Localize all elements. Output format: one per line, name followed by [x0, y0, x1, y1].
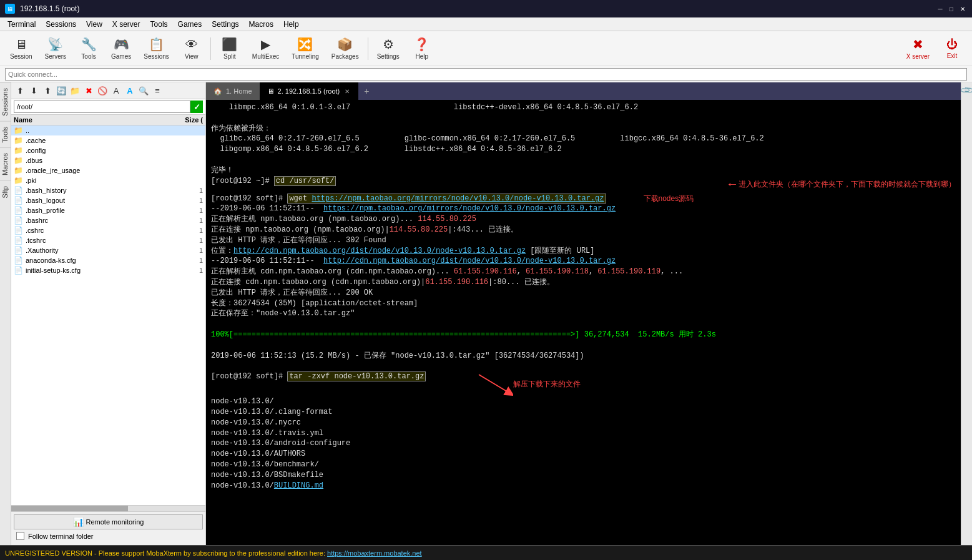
- terminal-line: node-v10.13.0/.travis.yml: [211, 428, 956, 439]
- terminal-line: node-v10.13.0/.clang-format: [211, 407, 956, 418]
- quick-connect-input[interactable]: [5, 68, 967, 81]
- terminal-area: 🏠 1. Home 🖥 2. 192.168.1.5 (root) ✕ + li…: [206, 82, 961, 545]
- list-item[interactable]: 📁.config: [11, 145, 205, 155]
- list-item[interactable]: 📄.tcshrc1: [11, 235, 205, 245]
- file-delete-button[interactable]: ✖: [82, 84, 95, 97]
- sidebar-item-sftp[interactable]: Sftp: [0, 180, 11, 204]
- file-refresh-button[interactable]: 🔄: [55, 84, 67, 97]
- games-icon: 🎮: [114, 37, 129, 52]
- view-button[interactable]: 👁 View: [177, 34, 207, 64]
- redirect-url: http://cdn.npm.taobao.org/dist/node/v10.…: [233, 247, 526, 255]
- multiexec-button[interactable]: ▶ MultiExec: [247, 34, 284, 64]
- list-item[interactable]: 📁.oracle_jre_usage: [11, 165, 205, 175]
- tab-home[interactable]: 🏠 1. Home: [206, 82, 260, 100]
- follow-terminal-checkbox[interactable]: [16, 532, 24, 540]
- menu-games[interactable]: Games: [173, 19, 207, 30]
- terminal-line: --2019-06-06 11:52:11-- http://cdn.npm.t…: [211, 256, 956, 267]
- menu-terminal[interactable]: Terminal: [2, 19, 41, 30]
- file-icon: 📄: [14, 266, 23, 275]
- close-button[interactable]: ✕: [958, 4, 967, 13]
- list-item[interactable]: 📁..: [11, 125, 205, 135]
- menu-view[interactable]: View: [81, 19, 107, 30]
- tab-ssh[interactable]: 🖥 2. 192.168.1.5 (root) ✕: [260, 82, 359, 100]
- terminal-line: 正在连接 npm.taobao.org (npm.taobao.org)|114…: [211, 225, 956, 235]
- sidebar-item-macros[interactable]: Macros: [0, 147, 11, 180]
- menu-tools[interactable]: Tools: [145, 19, 173, 30]
- games-button[interactable]: 🎮 Games: [106, 34, 136, 64]
- file-name: .config: [26, 147, 169, 154]
- path-ok-button[interactable]: ✓: [190, 101, 203, 113]
- terminal-prompt: [root@192 soft]#: [211, 194, 287, 203]
- list-item[interactable]: 📄.bash_logout1: [11, 195, 205, 205]
- terminal-content[interactable]: libmpc.x86_64 0:1.0.1-3.el7 libstdc++-de…: [206, 100, 961, 545]
- session-button[interactable]: 🖥 Session: [5, 34, 37, 64]
- list-item[interactable]: 📄.Xauthority1: [11, 245, 205, 255]
- split-button[interactable]: ⬛ Split: [215, 34, 245, 64]
- terminal-line: 2019-06-06 11:52:13 (15.2 MB/s) - 已保存 "n…: [211, 351, 956, 361]
- menu-help[interactable]: Help: [278, 19, 304, 30]
- terminal-line: node-v10.13.0/BSDmakefile: [211, 470, 956, 481]
- list-item[interactable]: 📁.pki: [11, 175, 205, 185]
- file-name: .tcshrc: [26, 237, 169, 244]
- file-more-button[interactable]: ≡: [151, 84, 164, 97]
- file-icon: 📁: [14, 126, 23, 135]
- status-link[interactable]: https://mobaxterm.mobatek.net: [327, 549, 422, 557]
- file-size: 1: [172, 247, 203, 254]
- servers-icon: 📡: [47, 37, 63, 52]
- file-edit-button[interactable]: A: [124, 84, 136, 97]
- tab-add-button[interactable]: +: [358, 83, 375, 99]
- servers-button[interactable]: 📡 Servers: [40, 34, 71, 64]
- cd-command-row: [root@192 ~]# cd /usr/soft/ ← 进入此文件夹（在哪个…: [211, 176, 956, 194]
- file-scroll[interactable]: [11, 505, 205, 511]
- follow-terminal-label: Follow terminal folder: [28, 533, 94, 540]
- list-item[interactable]: 📄.bash_history1: [11, 185, 205, 195]
- side-tabs: Sessions Tools Macros Sftp: [0, 82, 11, 545]
- remote-monitor-button[interactable]: 📊 Remote monitoring: [14, 514, 203, 529]
- file-upload-button[interactable]: ⬆: [41, 84, 54, 97]
- settings-button[interactable]: ⚙ Settings: [372, 34, 405, 64]
- tab-bar: 🏠 1. Home 🖥 2. 192.168.1.5 (root) ✕ +: [206, 82, 961, 100]
- xserver-button[interactable]: ✖ X server: [901, 34, 935, 64]
- file-icon: 📄: [14, 246, 23, 255]
- menu-xserver[interactable]: X server: [107, 19, 145, 30]
- file-new-folder-button[interactable]: 📁: [69, 84, 81, 97]
- tar-prompt: [root@192 soft]#: [211, 372, 287, 381]
- ssh-icon: 🖥: [267, 87, 274, 95]
- file-stop-button[interactable]: 🚫: [96, 84, 109, 97]
- terminal-line: 正在解析主机 cdn.npm.taobao.org (cdn.npm.taoba…: [211, 267, 956, 277]
- minimize-button[interactable]: ─: [936, 4, 945, 13]
- tools-button[interactable]: 🔧 Tools: [74, 34, 104, 64]
- list-item[interactable]: 📄.bashrc1: [11, 215, 205, 225]
- file-up-button[interactable]: ⬆: [14, 84, 26, 97]
- menu-macros[interactable]: Macros: [244, 19, 278, 30]
- list-item[interactable]: 📄initial-setup-ks.cfg1: [11, 265, 205, 275]
- exit-button[interactable]: ⏻ Exit: [937, 34, 967, 64]
- menu-settings[interactable]: Settings: [207, 19, 243, 30]
- sessions-button[interactable]: 📋 Sessions: [139, 34, 174, 64]
- file-download-button[interactable]: ⬇: [27, 84, 40, 97]
- menu-sessions[interactable]: Sessions: [41, 19, 81, 30]
- list-item[interactable]: 📄.cshrc1: [11, 225, 205, 235]
- terminal-line: node-v10.13.0/: [211, 396, 956, 407]
- list-item[interactable]: 📄.bash_profile1: [11, 205, 205, 215]
- path-input[interactable]: [14, 101, 190, 113]
- file-view-button[interactable]: 🔍: [137, 84, 150, 97]
- help-button[interactable]: ❓ Help: [407, 34, 437, 64]
- file-rename-button[interactable]: A: [110, 84, 122, 97]
- terminal-line: [211, 155, 956, 165]
- packages-button[interactable]: 📦 Packages: [326, 34, 364, 64]
- tunneling-button[interactable]: 🔀 Tunneling: [287, 34, 324, 64]
- maximize-button[interactable]: □: [947, 4, 956, 13]
- sidebar-item-tools[interactable]: Tools: [0, 121, 11, 148]
- sidebar-item-sessions[interactable]: Sessions: [0, 82, 11, 121]
- terminal-line: [211, 113, 956, 124]
- terminal-line: node-v10.13.0/.nycrc: [211, 418, 956, 428]
- file-name: ..: [26, 127, 169, 134]
- tab-close-button[interactable]: ✕: [343, 88, 351, 95]
- list-item[interactable]: 📄anaconda-ks.cfg1: [11, 255, 205, 265]
- terminal-line: 已发出 HTTP 请求，正在等待回应... 200 OK: [211, 288, 956, 298]
- file-icon: 📁: [14, 166, 23, 175]
- list-item[interactable]: 📁.dbus: [11, 155, 205, 165]
- cd-annotation: 进入此文件夹（在哪个文件夹下，下面下载的时候就会下载到哪）: [739, 179, 956, 190]
- list-item[interactable]: 📁.cache: [11, 135, 205, 145]
